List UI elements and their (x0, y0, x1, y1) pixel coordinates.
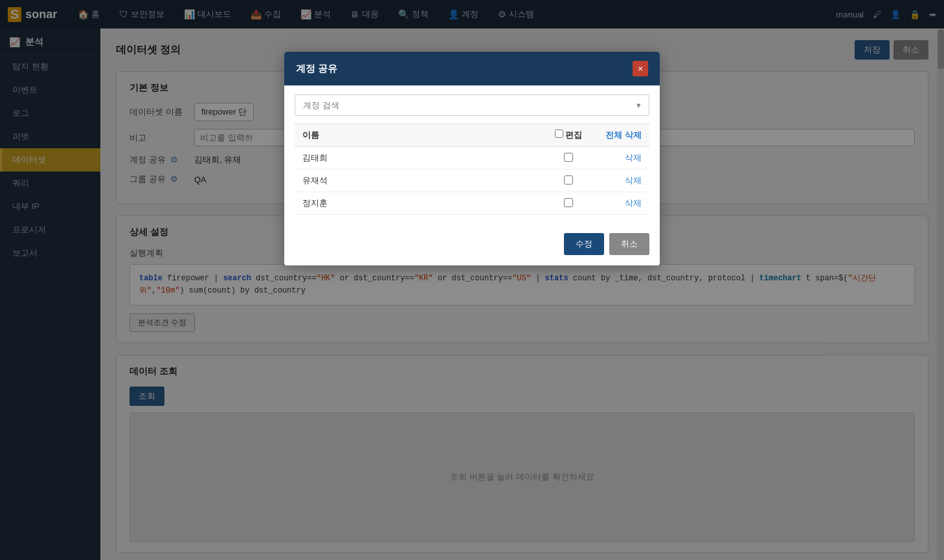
table-header-row: 이름 편집 전체 삭제 (295, 124, 649, 147)
delete-button-2[interactable]: 삭제 (625, 198, 642, 208)
modify-button[interactable]: 수정 (564, 233, 604, 255)
edit-all-checkbox[interactable] (555, 129, 563, 138)
modal-header: 계정 공유 × (284, 52, 660, 85)
edit-checkbox-cell[interactable] (546, 147, 591, 170)
user-name-cell: 김태희 (295, 147, 546, 170)
delete-button-0[interactable]: 삭제 (625, 153, 642, 162)
modal-close-button[interactable]: × (633, 61, 648, 76)
edit-checkbox-cell[interactable] (546, 170, 591, 192)
delete-button-1[interactable]: 삭제 (625, 175, 642, 185)
edit-column-header: 편집 (546, 124, 591, 147)
account-share-modal: 계정 공유 × ▾ 이름 편집 전체 삭제 (284, 52, 660, 265)
name-column-header: 이름 (295, 124, 546, 147)
edit-checkbox-cell[interactable] (546, 192, 591, 215)
modal-body: ▾ 이름 편집 전체 삭제 김 (284, 85, 660, 233)
edit-checkbox-0[interactable] (564, 153, 573, 162)
dropdown-icon: ▾ (636, 100, 641, 110)
edit-checkbox-1[interactable] (564, 175, 573, 185)
account-search-input[interactable] (303, 100, 636, 110)
delete-cell[interactable]: 삭제 (591, 170, 649, 192)
delete-all-column-header: 전체 삭제 (591, 124, 649, 147)
table-row: 유재석 삭제 (295, 170, 649, 192)
modal-overlay: 계정 공유 × ▾ 이름 편집 전체 삭제 (0, 0, 944, 560)
delete-cell[interactable]: 삭제 (591, 147, 649, 170)
edit-checkbox-2[interactable] (564, 198, 573, 207)
modal-title: 계정 공유 (296, 63, 337, 75)
user-name-cell: 유재석 (295, 170, 546, 192)
delete-all-button[interactable]: 전체 삭제 (605, 130, 642, 140)
modal-cancel-button[interactable]: 취소 (609, 233, 649, 255)
search-input-wrapper[interactable]: ▾ (295, 95, 649, 116)
account-share-table: 이름 편집 전체 삭제 김태희 삭제 (295, 124, 649, 215)
modal-footer: 수정 취소 (284, 233, 660, 265)
table-row: 정지훈 삭제 (295, 192, 649, 215)
table-row: 김태희 삭제 (295, 147, 649, 170)
user-name-cell: 정지훈 (295, 192, 546, 215)
delete-cell[interactable]: 삭제 (591, 192, 649, 215)
